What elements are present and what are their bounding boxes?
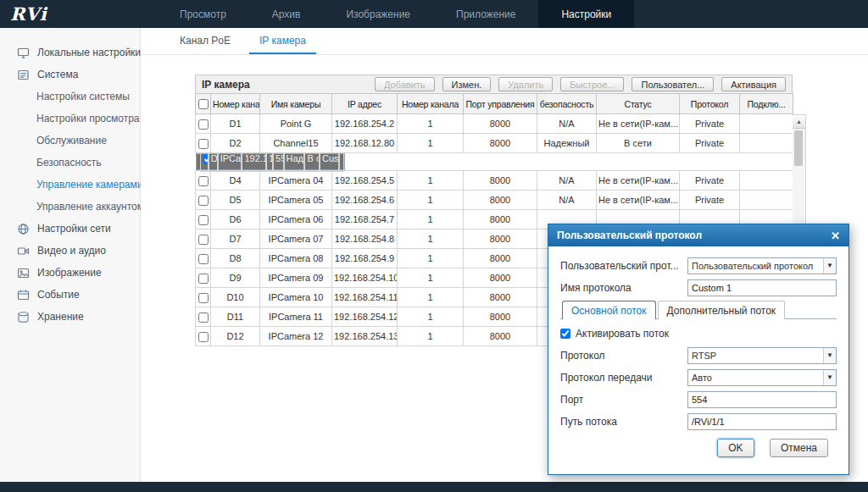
table-cell: Надежный bbox=[284, 152, 305, 172]
table-cell: IPCamera 04 bbox=[260, 171, 332, 191]
table-cell: IPCamera 10 bbox=[260, 288, 332, 307]
activation-button[interactable]: Активация bbox=[721, 77, 786, 91]
table-cell: 554 bbox=[273, 152, 283, 172]
sidebar-item-camera-management[interactable]: Управление камерами bbox=[0, 174, 140, 196]
select-all-checkbox[interactable] bbox=[198, 99, 209, 109]
row-checkbox[interactable] bbox=[198, 332, 209, 342]
column-header[interactable]: безопасность bbox=[537, 94, 597, 114]
port-input[interactable] bbox=[687, 391, 837, 408]
footer-bar bbox=[0, 482, 868, 492]
sidebar-item-system[interactable]: Система bbox=[0, 64, 140, 86]
enable-stream-checkbox[interactable] bbox=[560, 329, 570, 339]
row-checkbox[interactable] bbox=[203, 154, 209, 164]
menu-item-playback[interactable]: Архив bbox=[249, 0, 324, 28]
sidebar-item-storage[interactable]: Хранение bbox=[0, 306, 140, 328]
delete-button[interactable]: Удалить bbox=[498, 77, 553, 91]
add-button[interactable]: Добавить bbox=[375, 77, 435, 91]
sidebar-item-video-audio[interactable]: Видео и аудио bbox=[0, 240, 140, 262]
scroll-up-button[interactable]: ▲ bbox=[793, 115, 805, 129]
sidebar-item-label: Локальные настройки bbox=[37, 47, 141, 58]
table-cell: D4 bbox=[211, 171, 260, 191]
column-header[interactable]: Подклю... bbox=[740, 94, 793, 114]
table-cell: 1 bbox=[398, 229, 464, 249]
row-checkbox[interactable] bbox=[198, 139, 209, 149]
chevron-down-icon: ▼ bbox=[823, 370, 836, 385]
stream-path-input[interactable] bbox=[687, 413, 837, 430]
column-header[interactable]: Имя камеры bbox=[260, 94, 332, 114]
table-cell: Не в сети(IP-кам... bbox=[597, 171, 680, 191]
protocol-select-value: RTSP bbox=[692, 351, 823, 361]
sidebar-item-event[interactable]: Событие bbox=[0, 284, 140, 306]
tab-main-stream[interactable]: Основной поток bbox=[562, 301, 656, 319]
menu-item-application[interactable]: Приложение bbox=[433, 0, 538, 28]
menu-item-picture[interactable]: Изображение bbox=[323, 0, 433, 28]
sidebar-item-account-management[interactable]: Управление аккаунтом bbox=[0, 196, 140, 218]
ok-button[interactable]: OK bbox=[717, 439, 754, 457]
table-cell: IPCamera 05 bbox=[260, 191, 332, 210]
row-checkbox[interactable] bbox=[198, 312, 209, 323]
transfer-protocol-select[interactable]: Авто ▼ bbox=[687, 369, 837, 386]
table-row[interactable]: D4IPCamera 04192.168.254.518000N/AНе в с… bbox=[196, 171, 793, 191]
row-checkbox[interactable] bbox=[198, 274, 209, 284]
custom-protocol-button[interactable]: Пользовател... bbox=[632, 77, 714, 91]
table-cell: 192.168.254.13 bbox=[332, 327, 398, 346]
sidebar-item-maintenance[interactable]: Обслуживание bbox=[0, 130, 140, 152]
table-cell: Не в сети(IP-кам... bbox=[597, 191, 680, 210]
sidebar-item-image[interactable]: Изображение bbox=[0, 262, 140, 284]
image-icon bbox=[17, 267, 30, 279]
column-header[interactable]: Номер канала bbox=[398, 94, 464, 114]
protocol-select[interactable]: RTSP ▼ bbox=[687, 347, 837, 364]
table-cell bbox=[740, 171, 793, 191]
protocol-type-select[interactable]: Пользовательский протокол ▼ bbox=[687, 257, 837, 274]
row-checkbox[interactable] bbox=[198, 196, 209, 206]
table-cell: 1 bbox=[398, 307, 464, 327]
table-row[interactable]: D2Channel15192.168.12.8018000НадежныйВ с… bbox=[196, 134, 793, 153]
column-header[interactable]: Статус bbox=[597, 94, 680, 114]
sidebar-item-network-settings[interactable]: Настройки сети bbox=[0, 218, 140, 240]
close-icon[interactable]: ✕ bbox=[831, 229, 840, 242]
sidebar-item-label: Безопасность bbox=[36, 157, 102, 169]
row-checkbox[interactable] bbox=[198, 176, 209, 186]
table-row[interactable]: D1Point G192.168.254.218000N/AНе в сети(… bbox=[196, 114, 793, 134]
column-header[interactable]: Номер канала bbox=[211, 94, 260, 114]
sidebar-item-system-settings[interactable]: Настройки системы bbox=[0, 86, 140, 108]
row-checkbox[interactable] bbox=[198, 293, 209, 303]
table-cell: 8000 bbox=[464, 210, 537, 229]
sidebar-item-label: Обслуживание bbox=[36, 135, 107, 146]
sidebar-item-local-settings[interactable]: Локальные настройки bbox=[0, 41, 140, 64]
scrollbar-thumb[interactable] bbox=[794, 130, 803, 166]
row-checkbox[interactable] bbox=[198, 119, 209, 130]
cancel-button[interactable]: Отмена bbox=[770, 439, 828, 457]
table-cell: D11 bbox=[211, 307, 260, 327]
sidebar-item-label: Система bbox=[37, 69, 78, 80]
table-cell: Point G bbox=[260, 114, 332, 134]
tab-sub-stream[interactable]: Дополнительный поток bbox=[658, 301, 786, 319]
column-header[interactable]: Порт управления bbox=[464, 94, 537, 114]
table-cell: 192.168.254.10 bbox=[332, 268, 398, 288]
table-row[interactable]: D5IPCamera 05192.168.254.618000N/AНе в с… bbox=[196, 191, 793, 210]
table-row[interactable]: D3IPCamera 03192.168.12.31554НадежныйВ с… bbox=[196, 153, 345, 170]
protocol-name-input[interactable] bbox=[687, 279, 837, 296]
sidebar-item-security[interactable]: Безопасность bbox=[0, 152, 140, 174]
tab-ip-camera[interactable]: IP камера bbox=[249, 28, 316, 54]
table-cell: D6 bbox=[211, 210, 260, 229]
row-checkbox[interactable] bbox=[198, 254, 209, 264]
event-icon bbox=[17, 289, 30, 301]
top-menu: ПросмотрАрхивИзображениеПриложениеНастро… bbox=[157, 0, 634, 28]
sidebar-item-view-settings[interactable]: Настройки просмотра bbox=[0, 108, 140, 130]
tab-poe-channel[interactable]: Канал PoE bbox=[170, 28, 241, 54]
menu-item-live-view[interactable]: Просмотр bbox=[157, 0, 249, 28]
sidebar-nav: Локальные настройкиСистемаНастройки сист… bbox=[0, 28, 141, 482]
menu-item-configuration[interactable]: Настройки bbox=[538, 0, 634, 28]
table-cell: Private bbox=[680, 191, 740, 210]
modify-button[interactable]: Измен. bbox=[442, 77, 492, 91]
table-cell: 192.168.12.3 bbox=[242, 152, 266, 172]
column-header[interactable]: Протокол bbox=[680, 94, 740, 114]
chevron-down-icon: ▼ bbox=[823, 348, 836, 363]
column-header[interactable]: IP адрес bbox=[332, 94, 398, 114]
table-cell: 8000 bbox=[464, 327, 537, 346]
row-checkbox[interactable] bbox=[198, 235, 209, 245]
row-checkbox[interactable] bbox=[198, 215, 209, 225]
quick-add-button[interactable]: Быстрое... bbox=[560, 77, 624, 91]
table-cell: 1 bbox=[398, 191, 464, 210]
